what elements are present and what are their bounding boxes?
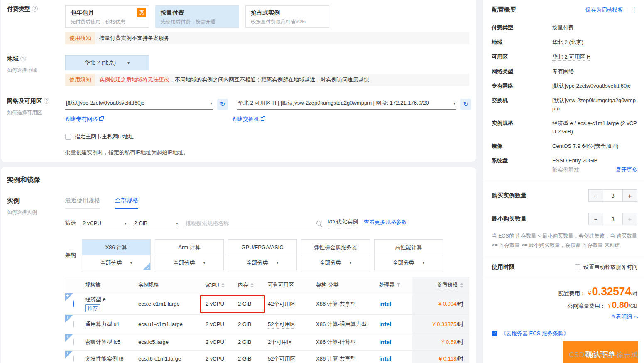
search-icon[interactable]	[316, 221, 321, 226]
external-link-icon	[99, 117, 103, 121]
save-launch-template-link[interactable]: 保存为启动模板	[585, 6, 623, 14]
summary-row: 专有网络[默认]vpc-2zetw0voa8svekttf60jc	[492, 82, 637, 90]
arch-category-select[interactable]: 全部分类▾	[375, 255, 443, 270]
purchase-quantity-row: 购买实例数量 − 3 +	[492, 189, 637, 202]
payment-notice: 使用须知 按量付费实例不支持备案服务	[65, 32, 469, 44]
spec-search-input[interactable]	[186, 220, 316, 226]
summary-row: 付费类型按量付费	[492, 24, 637, 32]
refresh-vpc-button[interactable]: ↻	[217, 99, 228, 110]
price-block: 配置费用：¥0.32574/时 公网流量费用：¥0.80/GB 查看明细	[492, 285, 637, 321]
summary-row: 网络类型专有网络	[492, 67, 637, 76]
basic-config-panel: 付费类型? 包年包月 先付费后使用，价格优惠 惠 按量付费 先使用后付费，按需开…	[1, 0, 476, 162]
memory-filter-select[interactable]: 2 GiB ▾	[133, 218, 179, 229]
tab-recent-specs[interactable]: 最近使用规格	[65, 197, 100, 209]
usage-period-label: 使用时限	[492, 263, 515, 271]
payment-option-payg-selected[interactable]: 按量付费 先使用后付费，按需开通	[155, 5, 239, 28]
spec-search-box	[185, 218, 322, 229]
agreement-checkbox-checked[interactable]	[492, 331, 497, 336]
plus-button[interactable]: +	[623, 190, 637, 201]
help-icon[interactable]: ?	[32, 6, 38, 12]
payment-type-row: 付费类型? 包年包月 先付费后使用，价格优惠 惠 按量付费 先使用后付费，按需开…	[7, 5, 469, 44]
help-icon[interactable]: ?	[44, 98, 49, 104]
view-detail-link[interactable]: 查看明细	[610, 314, 632, 320]
min-quantity-label: 最小购买数量	[492, 215, 526, 223]
mem-sort-header[interactable]: 内存	[235, 282, 265, 289]
divider	[483, 256, 644, 256]
summary-row: 地域华北 2 (北京)	[492, 38, 637, 47]
arch-category-select[interactable]: 全部分类▾	[82, 255, 150, 270]
vpc-select[interactable]: [默认]vpc-2zetw0voa8svekttf60jc ▾	[65, 98, 213, 110]
help-icon[interactable]: ?	[20, 56, 26, 61]
spec-radio-selected[interactable]	[73, 300, 74, 307]
expand-more-link[interactable]: 展开更多	[616, 166, 637, 174]
spec-radio[interactable]	[73, 355, 74, 362]
auto-release-label: 设置自动释放服务时间	[583, 263, 637, 271]
more-menu-icon[interactable]: ⋮	[631, 6, 637, 14]
create-vswitch-link[interactable]: 创建交换机	[232, 115, 264, 123]
private-ip-checkbox[interactable]	[65, 134, 71, 140]
auto-release-checkbox[interactable]	[575, 264, 580, 270]
cpu-filter-header[interactable]: 处理器	[377, 282, 412, 289]
minus-button[interactable]: −	[589, 213, 603, 225]
chevron-down-icon: ▾	[130, 260, 132, 265]
region-select[interactable]: 华北 2 (北京) ▾	[65, 55, 149, 70]
discount-badge: 惠	[137, 8, 146, 17]
external-link-icon	[261, 117, 264, 121]
ecs-terms-link[interactable]: 《云服务器 ECS 服务条款》	[501, 330, 569, 337]
spec-row-u1[interactable]: + 通用算力型 u1 ecs.u1-c1m1.large 2 vCPU 2 Gi…	[65, 315, 469, 334]
arch-card-x86[interactable]: X86 计算 全部分类▾ ✓	[82, 239, 151, 270]
arch-card-baremetal[interactable]: 弹性裸金属服务器 全部分类▾	[301, 239, 370, 270]
arch-category-select[interactable]: 全部分类▾	[155, 255, 223, 270]
io-optimized-label[interactable]: I/O 优化实例	[328, 218, 358, 229]
chevron-down-icon: ▾	[349, 260, 351, 265]
plus-button-disabled: +	[623, 213, 637, 225]
minus-button[interactable]: −	[589, 190, 603, 201]
purchase-quantity-label: 购买实例数量	[492, 192, 526, 199]
arch-category-select[interactable]: 全部分类▾	[301, 255, 370, 270]
payment-option-subscription[interactable]: 包年包月 先付费后使用，价格优惠 惠	[65, 5, 149, 28]
agreement-row: 《云服务器 ECS 服务条款》	[492, 330, 637, 337]
arch-card-arm[interactable]: Arm 计算 全部分类▾	[155, 239, 224, 270]
more-spec-params-link[interactable]: 查看更多规格参数	[364, 218, 407, 229]
spec-radio[interactable]	[73, 321, 74, 328]
config-fee-value: 0.32574	[592, 285, 631, 298]
divider	[483, 277, 644, 277]
summary-row: 可用区华北 2 可用区 H	[492, 53, 637, 61]
how-to-choose-instance-link[interactable]: 如何选择实例	[7, 209, 65, 216]
payment-type-label: 付费类型	[7, 5, 30, 12]
config-fee-label: 配置费用：	[558, 290, 585, 297]
vcpu-sort-header[interactable]: vCPU	[203, 282, 235, 288]
refresh-vswitch-button[interactable]: ↻	[460, 99, 471, 110]
region-label: 地域	[7, 55, 19, 62]
chevron-down-icon: ▾	[210, 101, 212, 105]
spec-radio[interactable]	[73, 338, 74, 346]
confirm-order-button[interactable]: 确认下单	[563, 341, 638, 363]
divider	[483, 180, 644, 180]
min-quantity-stepper: − 3 +	[588, 213, 637, 225]
spec-row-ic5[interactable]: + 密集计算型 ic5 ecs.ic5.large 2 vCPU 2 GiB 2…	[65, 334, 469, 351]
purchase-quantity-value[interactable]: 3	[603, 190, 623, 201]
chevron-down-icon: ▾	[125, 221, 127, 226]
min-quantity-value[interactable]: 3	[603, 213, 623, 225]
region-row: 地域? 如何选择地域 华北 2 (北京) ▾ 使用须知 实例创建之后地域将无法更…	[7, 55, 469, 86]
spec-row-t6[interactable]: + 突发性能实例 t6 ecs.t6-c1m1.large 2 vCPU 2 G…	[65, 351, 469, 363]
how-to-choose-zone-link[interactable]: 如何选择可用区	[7, 109, 65, 116]
chevron-down-icon: ▾	[176, 221, 178, 226]
architecture-label: 架构	[65, 251, 77, 259]
vswitch-select[interactable]: 华北 2 可用区 H | [默认]vsw-2zep0kumgstqa2g0wmp…	[237, 98, 456, 110]
spec-row-economy-e[interactable]: + 经济型 e推荐 ecs.e-c1m1.large 2 vCPU 2 GiB …	[65, 293, 469, 315]
tab-all-specs[interactable]: 全部规格	[115, 197, 138, 209]
vcpu-filter-select[interactable]: 2 vCPU ▾	[82, 218, 127, 229]
spec-table-header: 规格族 实例规格 vCPU 内存 可售可用区 架构-分类 处理器 参考价格	[65, 277, 469, 293]
how-to-choose-region-link[interactable]: 如何选择地域	[7, 67, 65, 74]
chevron-down-icon: ▾	[276, 260, 278, 265]
arch-category-select[interactable]: 全部分类▾	[228, 255, 296, 270]
intel-logo: intel	[379, 338, 391, 346]
arch-card-hpc[interactable]: 高性能计算 全部分类▾	[374, 239, 443, 270]
price-sort-header[interactable]: 参考价格	[412, 277, 469, 293]
create-vpc-link[interactable]: 创建专有网络	[65, 115, 232, 123]
arch-card-gpu[interactable]: GPU/FPGA/ASIC 全部分类▾	[228, 239, 297, 270]
traffic-fee-value: 0.80	[612, 300, 629, 309]
spec-tabs: 最近使用规格 全部规格	[65, 197, 469, 209]
payment-option-spot[interactable]: 抢占式实例 较按量付费最高可省90%	[245, 5, 329, 28]
